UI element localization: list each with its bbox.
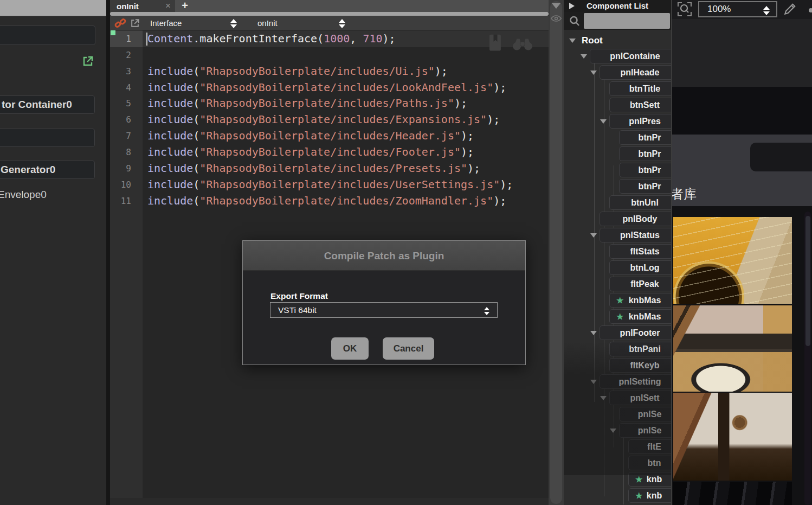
code-line-11[interactable]: 11include("RhapsodyBoilerplate/includes/…	[110, 193, 549, 209]
preview-image-bass-amp[interactable]	[673, 305, 792, 392]
tree-guide-line	[604, 68, 604, 496]
export-format-select[interactable]: VSTi 64bit	[270, 302, 498, 318]
tree-item-label: fltPeak	[630, 279, 659, 289]
collapse-icon[interactable]	[600, 396, 607, 400]
tree-item-knb[interactable]: ★knb	[628, 488, 671, 503]
tree-item-knbmas[interactable]: ★knbMas	[609, 293, 671, 308]
tree-item-pnlbody[interactable]: pnlBody	[600, 212, 671, 226]
cancel-button[interactable]: Cancel	[383, 337, 434, 360]
collapse-icon[interactable]	[590, 380, 597, 384]
bookmark-doc-icon[interactable]	[488, 34, 503, 54]
component-search-input[interactable]	[584, 13, 670, 29]
dialog-header[interactable]: Compile Patch as Plugin	[243, 241, 525, 271]
module-box-generator[interactable]: Generator0	[0, 161, 95, 179]
collapse-icon[interactable]	[590, 233, 597, 238]
broken-link-icon[interactable]	[114, 17, 126, 31]
tree-item-btnpr[interactable]: btnPr	[619, 163, 671, 177]
tree-item-btnpani[interactable]: btnPani	[609, 342, 671, 356]
code-text: include("RhapsodyBoilerplate/includes/Us…	[143, 177, 513, 193]
external-link-icon[interactable]	[130, 18, 140, 31]
preview-image-piano-keys[interactable]	[673, 482, 792, 505]
chevron-updown-icon[interactable]	[339, 19, 345, 28]
tree-item-pnlcontaine[interactable]: pnlContaine	[590, 49, 671, 63]
zoom-level-select[interactable]: 100%	[698, 1, 777, 17]
tree-item-btnpr[interactable]: btnPr	[619, 179, 671, 194]
breakpoint-marker[interactable]	[111, 30, 115, 35]
preview-image-acoustic-guitar[interactable]	[673, 217, 792, 304]
module-box-container[interactable]: tor Container0	[0, 95, 95, 114]
editor-bottom-strip	[110, 498, 549, 505]
ok-button[interactable]: OK	[331, 337, 369, 360]
tree-item-btnlog[interactable]: btnLog	[609, 260, 671, 275]
left-search-input[interactable]	[0, 0, 106, 16]
code-line-7[interactable]: 7include("RhapsodyBoilerplate/includes/H…	[110, 128, 549, 144]
code-line-3[interactable]: 3include("RhapsodyBoilerplate/includes/U…	[110, 63, 549, 80]
tree-item-pnlstatus[interactable]: pnlStatus	[600, 228, 671, 242]
module-label-envelope[interactable]: Envelope0	[0, 189, 47, 201]
code-line-4[interactable]: 4include("RhapsodyBoilerplate/includes/L…	[110, 80, 549, 96]
tree-item-pnlpres[interactable]: pnlPres	[609, 114, 671, 129]
tree-item-label: pnlContaine	[610, 52, 660, 61]
callback-select-left[interactable]: Interface	[150, 16, 182, 30]
close-icon[interactable]: ×	[165, 0, 171, 12]
tab-oninit[interactable]: onInit ×	[110, 0, 175, 12]
code-line-5[interactable]: 5include("RhapsodyBoilerplate/includes/P…	[110, 95, 549, 112]
tree-item-flte[interactable]: fltE	[628, 439, 671, 454]
code-line-9[interactable]: 9include("RhapsodyBoilerplate/includes/P…	[110, 161, 549, 177]
tree-item-btnsett[interactable]: btnSett	[609, 98, 671, 112]
line-number: 11	[110, 193, 143, 209]
pencil-edit-icon[interactable]	[783, 2, 797, 18]
preview-button-shape[interactable]	[750, 143, 812, 171]
collapse-icon[interactable]	[569, 39, 576, 43]
tree-item-btnpr[interactable]: btnPr	[619, 146, 671, 161]
eye-icon[interactable]	[550, 15, 562, 24]
collapse-panel-icon[interactable]	[552, 3, 560, 9]
collapse-icon[interactable]	[581, 54, 587, 59]
code-line-1[interactable]: 1Content.makeFrontInterface(1000, 710);	[110, 31, 549, 47]
collapse-icon[interactable]	[590, 71, 597, 75]
code-line-8[interactable]: 8include("RhapsodyBoilerplate/includes/F…	[110, 144, 549, 161]
tree-item-fltpeak[interactable]: fltPeak	[609, 277, 671, 291]
tree-item-pnlsetting[interactable]: pnlSetting	[600, 374, 671, 389]
zoom-fit-icon[interactable]	[676, 1, 693, 20]
tree-item-btnpr[interactable]: btnPr	[619, 130, 671, 145]
fold-strip	[549, 0, 564, 505]
chevron-updown-icon[interactable]	[230, 19, 237, 28]
tree-item-root[interactable]: Root	[569, 33, 603, 49]
collapse-icon[interactable]	[610, 429, 616, 433]
tree-item-fltstats[interactable]: fltStats	[609, 244, 671, 259]
tree-item-knbmas[interactable]: ★knbMas	[609, 309, 671, 324]
code-line-10[interactable]: 10include("RhapsodyBoilerplate/includes/…	[110, 177, 549, 193]
collapse-icon[interactable]	[590, 331, 597, 335]
tree-item-pnlse[interactable]: pnlSe	[619, 407, 671, 421]
tree-item-pnlsett[interactable]: pnlSett	[609, 391, 671, 405]
export-format-value: VSTi 64bit	[278, 305, 317, 315]
code-line-2[interactable]: 2	[110, 47, 549, 63]
tree-item-knb[interactable]: ★knb	[628, 472, 671, 487]
tree-item-pnlheade[interactable]: pnlHeade	[600, 65, 671, 80]
code-text: include("RhapsodyBoilerplate/includes/Zo…	[143, 193, 506, 209]
preview-image-erhu[interactable]	[673, 393, 792, 481]
module-box-empty-2[interactable]	[0, 129, 95, 147]
callback-select-right[interactable]: onInit	[257, 16, 278, 30]
external-link-icon[interactable]	[81, 55, 94, 68]
tree-item-btntitle[interactable]: btnTitle	[609, 81, 671, 96]
horizontal-scrollbar[interactable]	[110, 12, 549, 16]
tree-item-pnlse[interactable]: pnlSe	[619, 423, 671, 438]
module-panel: tor Container0 Generator0 Envelope0	[0, 0, 106, 505]
fold-strip-track[interactable]	[550, 1, 562, 504]
tree-item-label: btnPr	[639, 149, 661, 159]
code-line-6[interactable]: 6include("RhapsodyBoilerplate/includes/E…	[110, 112, 549, 128]
tree-item-pnlfooter[interactable]: pnlFooter	[600, 325, 671, 340]
zoom-level-value: 100%	[707, 4, 731, 14]
preview-scrollbar-thumb[interactable]	[805, 216, 810, 346]
add-tab-button[interactable]: +	[178, 0, 191, 12]
tree-item-btnunl[interactable]: btnUnl	[609, 195, 671, 210]
tree-item-btn[interactable]: btn	[628, 456, 671, 470]
link-icon-partial[interactable]	[808, 6, 812, 16]
collapse-icon[interactable]	[600, 119, 607, 124]
binoculars-search-icon[interactable]	[512, 37, 533, 53]
tree-item-fltkeyb[interactable]: fltKeyb	[609, 358, 671, 373]
tree-item-label: pnlFooter	[620, 328, 660, 338]
module-box-empty-1[interactable]	[0, 25, 95, 45]
